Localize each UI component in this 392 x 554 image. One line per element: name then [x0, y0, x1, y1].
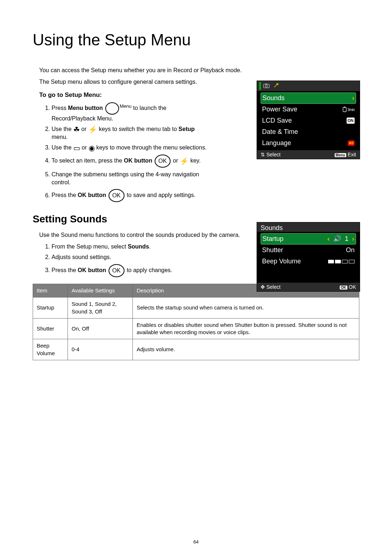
option-label: Shutter — [262, 246, 283, 254]
option-value: On — [346, 246, 355, 254]
intro-paragraph: You can access the Setup menu whether yo… — [39, 66, 359, 74]
list-item: To select an item, press the OK button O… — [52, 155, 211, 168]
list-item: From the Setup menu, select Sounds. — [52, 243, 200, 251]
sounds-steps-list: From the Setup menu, select Sounds. Adju… — [44, 243, 200, 277]
list-item: Use the ☘ or ⚡ keys to switch the menu t… — [52, 125, 211, 141]
sounds-menu-screenshot: Sounds Startup ‹ 🔊1 › Shutter On Beep Vo… — [257, 222, 360, 292]
menu-item-power-save: Power Save 3min — [261, 104, 356, 115]
ok-badge: OK — [340, 286, 347, 290]
ok-button-icon: OK — [109, 189, 124, 202]
cell-item: Shutter — [33, 318, 68, 339]
option-beep-volume: Beep Volume — [261, 256, 356, 267]
macro-icon: ☘ — [73, 126, 80, 133]
option-label: Startup — [262, 234, 283, 243]
list-item: Press Menu button Menu to launch the Rec… — [52, 102, 211, 123]
camera-tab-icon — [263, 82, 270, 90]
speaker-icon: 🔊 — [333, 234, 341, 243]
footer-ok: OKOK — [340, 284, 356, 291]
wrench-tab-icon — [273, 82, 280, 90]
chevron-right-icon: › — [352, 94, 354, 102]
ok-button-icon: OK — [155, 155, 171, 168]
cell-settings: On, Off — [68, 318, 133, 339]
page-title: Using the Setup Menu — [33, 29, 359, 50]
menu-item-language: Language ค9 — [261, 138, 356, 149]
display-icon: ▭ — [73, 144, 80, 152]
flash-icon: ⚡ — [180, 157, 189, 165]
menu-label: Date & Time — [262, 127, 298, 136]
menu-item-lcd-save: LCD Save ON — [261, 115, 356, 126]
footer-select: ✥ Select — [261, 284, 281, 291]
col-settings: Available Settings — [68, 284, 133, 297]
cell-desc: Enables or disables shutter sound when S… — [133, 318, 359, 339]
option-label: Beep Volume — [262, 257, 301, 266]
tab-bar — [257, 81, 360, 91]
list-item: Press the OK button OK to apply changes. — [52, 264, 200, 277]
cell-settings: 0-4 — [68, 339, 133, 360]
options-list: Startup ‹ 🔊1 › Shutter On Beep Volume — [257, 232, 360, 283]
active-indicator — [259, 82, 261, 90]
cell-item: Startup — [33, 297, 68, 319]
volume-bar — [328, 260, 355, 263]
table-row: Startup Sound 1, Sound 2, Sound 3, Off S… — [33, 297, 359, 319]
menu-label: Power Save — [262, 105, 297, 114]
menu-item-date-time: Date & Time — [261, 126, 356, 138]
flash-icon: ⚡ — [88, 126, 97, 133]
list-item: Adjusts sound settings. — [52, 253, 200, 261]
menu-label: Sounds — [262, 94, 285, 102]
circle-icon — [105, 102, 119, 115]
option-shutter: Shutter On — [261, 245, 356, 256]
table-row: Beep Volume 0-4 Adjusts volume. — [33, 339, 359, 360]
timer-icon: ◉ — [89, 144, 95, 152]
screen-title: Sounds — [257, 222, 360, 232]
footer-select: ⇅ Select — [261, 151, 281, 158]
svg-rect-4 — [343, 107, 346, 112]
option-value: ‹ 🔊1 › — [327, 234, 354, 243]
option-startup: Startup ‹ 🔊1 › — [261, 233, 356, 245]
page-number: 64 — [0, 539, 392, 545]
svg-rect-2 — [265, 83, 267, 85]
cell-desc: Selects the startup sound when camera is… — [133, 297, 359, 319]
menu-label: LCD Save — [262, 116, 292, 125]
footer-exit: MenuExit — [335, 151, 356, 158]
menu-item-sounds: Sounds › — [261, 93, 356, 104]
menu-badge: Menu — [335, 153, 346, 157]
setup-menu-screenshot: Sounds › Power Save 3min LCD Save ON Dat… — [257, 81, 360, 159]
cell-settings: Sound 1, Sound 2, Sound 3, Off — [68, 297, 133, 319]
menu-list: Sounds › Power Save 3min LCD Save ON Dat… — [257, 91, 360, 150]
chevron-right-icon: › — [352, 234, 354, 243]
svg-point-1 — [265, 85, 268, 87]
language-badge: ค9 — [348, 140, 355, 146]
footer-bar: ⇅ Select MenuExit — [257, 150, 360, 159]
cell-desc: Adjusts volume. — [133, 339, 359, 360]
list-item: Press the OK button OK to save and apply… — [52, 189, 211, 202]
cell-item: Beep Volume — [33, 339, 68, 360]
updown-icon: ⇅ — [261, 152, 265, 157]
menu-label: Language — [262, 139, 291, 147]
list-item: Change the submenu settings using the 4-… — [52, 171, 211, 186]
list-item: Use the ▭ or ◉ keys to move through the … — [52, 144, 211, 152]
footer-bar: ✥ Select OKOK — [257, 283, 360, 291]
nav-icon: ✥ — [261, 284, 265, 290]
setup-steps-list: Press Menu button Menu to launch the Rec… — [44, 102, 211, 202]
power-save-badge: 3min — [342, 106, 355, 112]
ok-button-icon: OK — [109, 264, 124, 277]
table-row: Shutter On, Off Enables or disables shut… — [33, 318, 359, 339]
col-item: Item — [33, 284, 68, 297]
on-badge: ON — [347, 118, 355, 124]
sounds-settings-table: Item Available Settings Description Star… — [33, 284, 359, 360]
chevron-left-icon: ‹ — [327, 234, 330, 243]
